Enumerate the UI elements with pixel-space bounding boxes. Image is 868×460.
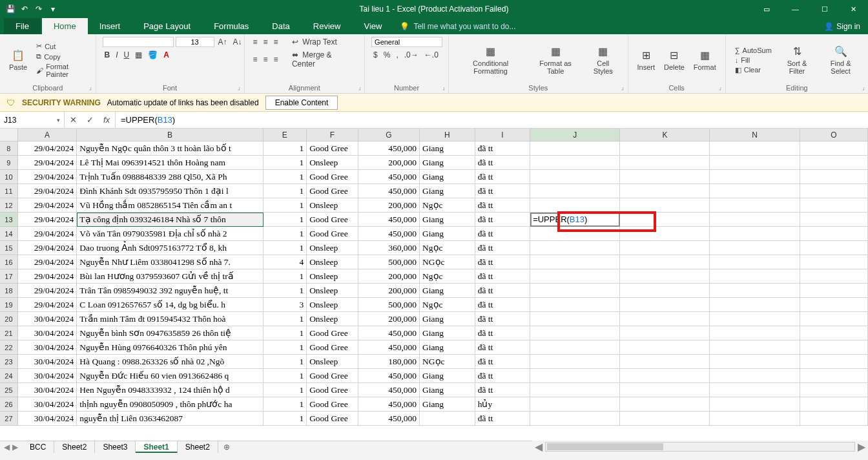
cell[interactable]: Good Gree bbox=[307, 383, 358, 397]
increase-decimal-icon[interactable]: .0→ bbox=[402, 50, 420, 60]
row-header[interactable]: 20 bbox=[0, 312, 18, 326]
row-header[interactable]: 15 bbox=[0, 241, 18, 255]
cell[interactable] bbox=[620, 397, 710, 412]
cell[interactable]: Ngọc bbox=[420, 269, 475, 284]
cell[interactable] bbox=[710, 255, 800, 269]
cell[interactable]: 450,000 bbox=[358, 213, 420, 227]
cell[interactable] bbox=[530, 227, 620, 241]
cell[interactable] bbox=[800, 284, 868, 298]
font-color-button[interactable]: A bbox=[161, 50, 171, 60]
cell[interactable]: đã tt bbox=[475, 255, 531, 269]
merge-center-button[interactable]: ⬌ Merge & Center bbox=[290, 50, 358, 69]
cell[interactable]: 29/04/2024 bbox=[18, 298, 77, 312]
cell[interactable]: NGọc bbox=[420, 255, 475, 269]
cell[interactable]: nguyễn thị Liên 0363462087 bbox=[77, 412, 263, 426]
tell-me[interactable]: 💡Tell me what you want to do... bbox=[393, 19, 522, 34]
cell[interactable]: Giang bbox=[420, 284, 475, 298]
cell[interactable]: Dao truong Ảnh Sdt0975163772 Tổ 8, kh bbox=[77, 241, 263, 255]
cell[interactable]: =UPPER(B13) bbox=[530, 213, 620, 227]
cell[interactable]: Onsleep bbox=[307, 284, 358, 298]
sheet-prev-icon[interactable]: ◀ bbox=[4, 443, 10, 452]
cell[interactable]: 200,000 bbox=[358, 269, 420, 284]
cell[interactable] bbox=[620, 355, 710, 369]
cell[interactable]: 1 bbox=[264, 397, 307, 412]
cell[interactable] bbox=[800, 298, 868, 312]
cell[interactable]: 1 bbox=[264, 241, 307, 255]
sign-in[interactable]: 👤Sign in bbox=[816, 19, 868, 34]
cell[interactable]: Nguyễn Hùng 0976640326 Thôn phú yên bbox=[77, 340, 263, 355]
align-center-icon[interactable]: ≡ bbox=[262, 54, 270, 65]
cell[interactable] bbox=[620, 340, 710, 355]
cell[interactable]: 3 bbox=[264, 298, 307, 312]
cell[interactable]: Giang bbox=[420, 170, 475, 184]
cell[interactable]: Lê Thị Mai 0963914521 thôn Hoàng nam bbox=[77, 156, 263, 170]
cell[interactable] bbox=[530, 198, 620, 213]
sort-filter-button[interactable]: ⇅Sort & Filter bbox=[778, 44, 816, 76]
cell[interactable]: Onsleep bbox=[307, 255, 358, 269]
row-header[interactable]: 9 bbox=[0, 156, 18, 170]
cell[interactable]: đã tt bbox=[475, 412, 531, 426]
cell[interactable]: đã tt bbox=[475, 383, 531, 397]
cell[interactable]: đã tt bbox=[475, 213, 531, 227]
row-header[interactable]: 14 bbox=[0, 227, 18, 241]
cell[interactable]: đã tt bbox=[475, 340, 531, 355]
cell[interactable] bbox=[710, 227, 800, 241]
cell[interactable]: Võ văn Tân 0979035981 Địa chỉ số nhà 2 bbox=[77, 227, 263, 241]
fill-color-button[interactable]: 🪣 bbox=[146, 50, 160, 60]
border-button[interactable]: ▦ bbox=[133, 50, 144, 60]
col-header-F[interactable]: F bbox=[307, 129, 358, 141]
fill-button[interactable]: ↓Fill bbox=[732, 56, 774, 65]
cell[interactable]: 29/04/2024 bbox=[18, 170, 77, 184]
decrease-font-icon[interactable]: A↓ bbox=[231, 37, 244, 47]
cell[interactable]: 450,000 bbox=[358, 141, 420, 156]
cell[interactable]: đã tt bbox=[475, 369, 531, 383]
cell[interactable] bbox=[620, 141, 710, 156]
cell[interactable]: 29/04/2024 bbox=[18, 156, 77, 170]
clear-button[interactable]: ◧Clear bbox=[732, 65, 774, 75]
cell[interactable]: Good Gree bbox=[307, 397, 358, 412]
cell[interactable]: 200,000 bbox=[358, 312, 420, 326]
cell[interactable]: 450,000 bbox=[358, 184, 420, 198]
cell[interactable]: Nguyễn bình Sơn 0947635859 26 thôn tiệ bbox=[77, 326, 263, 340]
cell[interactable]: 29/04/2024 bbox=[18, 198, 77, 213]
cell[interactable] bbox=[710, 369, 800, 383]
cell[interactable] bbox=[620, 312, 710, 326]
cell[interactable]: Good Gree bbox=[307, 213, 358, 227]
cell[interactable] bbox=[710, 198, 800, 213]
cell[interactable]: 30/04/2024 bbox=[18, 412, 77, 426]
cell[interactable]: đã tt bbox=[475, 355, 531, 369]
cell[interactable]: 1 bbox=[264, 227, 307, 241]
tab-formulas[interactable]: Formulas bbox=[202, 18, 260, 34]
horizontal-scrollbar[interactable]: ◀▶ bbox=[532, 441, 868, 453]
cell[interactable]: đã tt bbox=[475, 156, 531, 170]
underline-button[interactable]: U bbox=[122, 50, 132, 60]
cell[interactable]: Ngọc bbox=[420, 198, 475, 213]
insert-cells-button[interactable]: ⊞Insert bbox=[635, 48, 658, 72]
format-cells-button[interactable]: ▦Format bbox=[691, 48, 719, 72]
cell[interactable] bbox=[620, 269, 710, 284]
cell[interactable]: Giang bbox=[420, 312, 475, 326]
cell[interactable]: hủy bbox=[475, 397, 531, 412]
name-box[interactable]: J13▾ bbox=[0, 112, 65, 128]
cell[interactable] bbox=[710, 184, 800, 198]
sheet-tab-sheet1[interactable]: Sheet1 bbox=[136, 441, 177, 453]
cell[interactable]: 1 bbox=[264, 284, 307, 298]
cell[interactable]: 29/04/2024 bbox=[18, 255, 77, 269]
cell[interactable]: Nguyễn Ngọc quân thôn 3 tt hoàn lão bố t bbox=[77, 141, 263, 156]
cell[interactable]: Onsleep bbox=[307, 298, 358, 312]
cell[interactable]: 1 bbox=[264, 170, 307, 184]
cell[interactable]: đã tt bbox=[475, 170, 531, 184]
row-header[interactable]: 11 bbox=[0, 184, 18, 198]
cell[interactable] bbox=[710, 170, 800, 184]
cell[interactable] bbox=[710, 213, 800, 227]
cell[interactable]: Good Gree bbox=[307, 227, 358, 241]
cell[interactable]: 360,000 bbox=[358, 241, 420, 255]
cell[interactable] bbox=[800, 184, 868, 198]
format-painter-button[interactable]: 🖌Format Painter bbox=[34, 62, 88, 79]
cell[interactable] bbox=[620, 213, 710, 227]
cell[interactable] bbox=[530, 156, 620, 170]
decrease-decimal-icon[interactable]: ←.0 bbox=[422, 50, 440, 60]
row-header[interactable]: 22 bbox=[0, 340, 18, 355]
col-header-I[interactable]: I bbox=[475, 129, 531, 141]
cell[interactable]: Good Gree bbox=[307, 340, 358, 355]
